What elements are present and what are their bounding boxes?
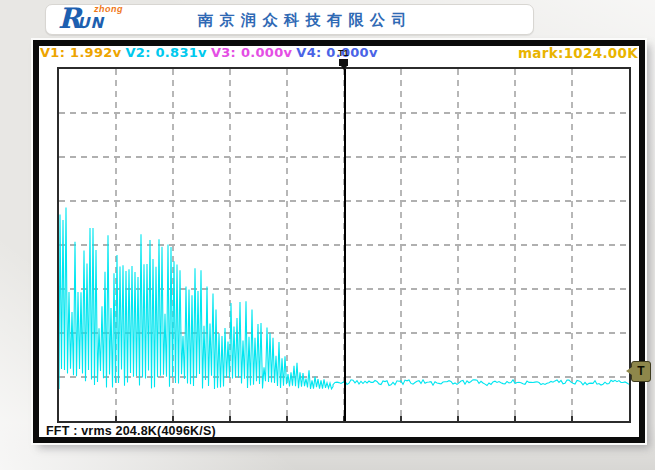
fft-plot-area (57, 67, 631, 423)
logo-zhong-text: zhong (94, 4, 123, 14)
trigger-level-tag[interactable]: T (631, 361, 651, 382)
cursor-t1-label: T1 (338, 48, 349, 58)
channel-readout-v3: V3: 0.000v (211, 45, 292, 60)
channel-readouts: V1: 1.992vV2: 0.831vV3: 0.000vV4: 0.000v (40, 45, 378, 60)
brand-plate: RUN zhong 南京润众科技有限公司 (45, 4, 534, 35)
cursor-t1-pin-icon[interactable] (339, 59, 348, 66)
channel-readout-v1: V1: 1.992v (40, 45, 121, 60)
instrument-screenshot: RUN zhong 南京润众科技有限公司 V1: 1.992vV2: 0.831… (0, 0, 655, 470)
logo-letters-un: UN (77, 14, 104, 32)
plot-svg (59, 69, 629, 421)
brand-logo: RUN zhong (58, 5, 104, 33)
channel-readout-v2: V2: 0.831v (125, 45, 206, 60)
company-name: 南京润众科技有限公司 (198, 11, 413, 30)
fft-footer-readout: FFT : vrms 204.8K(4096K/S) (46, 424, 216, 438)
mark-readout: mark:1024.00K (518, 45, 638, 61)
